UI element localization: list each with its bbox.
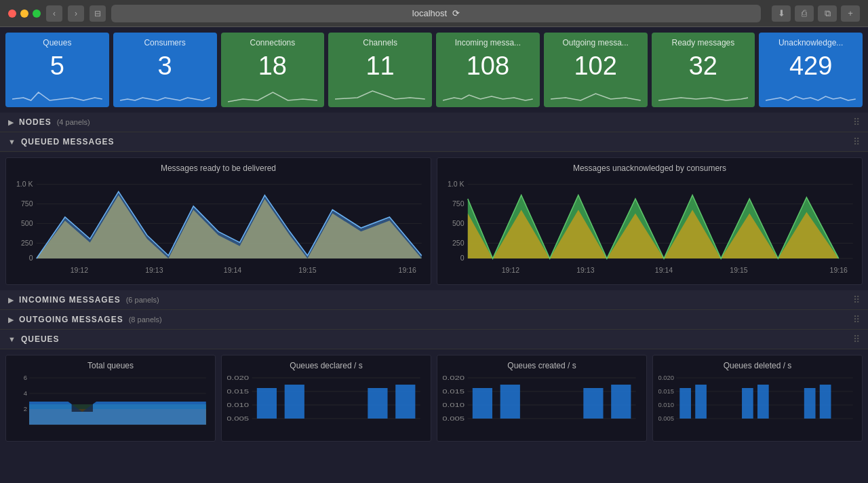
- connections-value: 18: [228, 50, 318, 83]
- traffic-lights: [8, 9, 41, 18]
- svg-text:0.010: 0.010: [658, 402, 674, 408]
- incoming-title: Incoming messa...: [443, 38, 533, 47]
- incoming-subtitle: (6 panels): [126, 296, 159, 304]
- queues-deleted-title: Queues deleted / s: [658, 361, 856, 370]
- nodes-title: NODES: [19, 117, 52, 127]
- ready-chart-panel: Messages ready to be delivered: [5, 157, 431, 285]
- outgoing-drag-icon: ⠿: [853, 314, 860, 325]
- channels-title: Channels: [335, 38, 425, 47]
- maximize-button[interactable]: [33, 9, 41, 18]
- svg-rect-49: [257, 388, 277, 419]
- svg-text:0.020: 0.020: [443, 374, 465, 381]
- svg-rect-78: [695, 385, 707, 419]
- incoming-section-header[interactable]: ▶ INCOMING MESSAGES (6 panels) ⠿: [0, 290, 868, 310]
- queued-drag-icon: ⠿: [853, 136, 860, 147]
- total-queues-panel: Total queues 6 4: [5, 355, 216, 442]
- svg-text:0.010: 0.010: [227, 402, 249, 408]
- url-bar[interactable]: localhost ⟳: [111, 5, 761, 22]
- nodes-section-header[interactable]: ▶ NODES (4 panels) ⠿: [0, 113, 868, 132]
- queues-chevron-icon: ▼: [8, 335, 16, 343]
- svg-text:0.015: 0.015: [227, 388, 249, 395]
- svg-text:19:14: 19:14: [655, 266, 673, 274]
- svg-text:19:16: 19:16: [830, 266, 848, 274]
- svg-text:4: 4: [24, 390, 27, 397]
- outgoing-chevron-icon: ▶: [8, 315, 14, 324]
- svg-text:0: 0: [29, 254, 33, 262]
- svg-rect-77: [679, 388, 691, 419]
- queues-declared-chart: 0.020 0.015 0.010 0.005: [227, 374, 425, 436]
- svg-text:0.005: 0.005: [227, 415, 249, 422]
- svg-rect-67: [583, 388, 603, 419]
- svg-text:0.015: 0.015: [658, 388, 674, 395]
- svg-text:0.005: 0.005: [443, 415, 465, 422]
- incoming-sparkline: [443, 85, 533, 104]
- forward-button[interactable]: ›: [68, 5, 84, 22]
- svg-rect-64: [500, 385, 520, 419]
- queues-title: QUEUES: [21, 334, 60, 344]
- svg-rect-54: [395, 385, 415, 419]
- unack-chart-panel: Messages unacknowledged by consumers: [437, 157, 863, 285]
- stat-card-channels: Channels 11: [328, 33, 432, 107]
- svg-text:19:13: 19:13: [576, 266, 594, 274]
- incoming-value: 108: [443, 50, 533, 83]
- svg-text:19:12: 19:12: [71, 266, 88, 274]
- queued-chevron-icon: ▼: [8, 138, 16, 146]
- queued-messages-section-header[interactable]: ▼ QUEUED MESSAGES ⠿: [0, 132, 868, 152]
- unack-value: 429: [766, 50, 856, 83]
- ready-sparkline: [658, 85, 749, 104]
- svg-text:1.0 K: 1.0 K: [16, 180, 33, 188]
- fullscreen-button[interactable]: ⧉: [818, 5, 837, 22]
- total-queues-title: Total queues: [12, 361, 210, 370]
- consumers-title: Consumers: [120, 38, 210, 47]
- svg-marker-41: [72, 402, 93, 412]
- stat-card-unack: Unacknowledge... 429: [759, 33, 863, 107]
- new-tab-button[interactable]: +: [841, 5, 860, 22]
- close-button[interactable]: [8, 9, 16, 18]
- svg-text:750: 750: [21, 199, 33, 208]
- minimize-button[interactable]: [20, 9, 28, 18]
- svg-text:19:15: 19:15: [730, 266, 747, 274]
- queues-deleted-panel: Queues deleted / s: [652, 355, 863, 442]
- svg-rect-82: [757, 385, 769, 419]
- consumers-value: 3: [120, 50, 210, 83]
- svg-text:0: 0: [460, 254, 465, 262]
- svg-rect-63: [473, 388, 492, 419]
- svg-marker-6: [37, 191, 422, 258]
- stat-cards-row: Queues 5 Consumers 3 Connections 18: [0, 27, 868, 113]
- connections-title: Connections: [228, 38, 318, 47]
- share-button[interactable]: ⎙: [795, 5, 814, 22]
- queued-title: QUEUED MESSAGES: [21, 137, 115, 147]
- queues-created-chart: 0.020 0.015 0.010 0.005: [443, 374, 641, 436]
- back-button[interactable]: ‹: [46, 5, 62, 22]
- svg-marker-40: [29, 402, 206, 425]
- outgoing-section-header[interactable]: ▶ OUTGOING MESSAGES (8 panels) ⠿: [0, 310, 868, 330]
- svg-text:19:13: 19:13: [145, 266, 163, 274]
- browser-actions: ⬇ ⎙ ⧉ +: [772, 5, 860, 22]
- svg-text:19:15: 19:15: [298, 266, 316, 274]
- unack-chart-area: 1.0 K 750 500 250 0 19:12 19:13 19:14 19…: [443, 177, 856, 279]
- outgoing-value: 102: [551, 50, 641, 83]
- channels-value: 11: [335, 50, 425, 83]
- unack-title: Unacknowledge...: [766, 38, 856, 47]
- ready-chart-title: Messages ready to be delivered: [12, 163, 425, 173]
- nodes-drag-icon: ⠿: [853, 117, 860, 128]
- svg-text:6: 6: [24, 374, 27, 381]
- queues-declared-panel: Queues declared / s 0.020 0.015: [221, 355, 431, 442]
- download-button[interactable]: ⬇: [772, 5, 791, 22]
- dashboard-main: Queues 5 Consumers 3 Connections 18: [0, 27, 868, 483]
- url-text: localhost: [412, 8, 447, 18]
- browser-chrome: ‹ › ⊟ localhost ⟳ ⬇ ⎙ ⧉ +: [0, 0, 868, 27]
- queues-title: Queues: [12, 38, 102, 47]
- svg-text:2: 2: [24, 406, 27, 412]
- queues-sparkline: [12, 85, 102, 104]
- svg-text:500: 500: [21, 219, 33, 227]
- svg-text:0.020: 0.020: [227, 374, 249, 381]
- reload-icon[interactable]: ⟳: [452, 8, 460, 18]
- svg-text:19:14: 19:14: [224, 266, 241, 274]
- channels-sparkline: [335, 85, 425, 104]
- queues-drag-icon: ⠿: [853, 334, 860, 345]
- ready-title: Ready messages: [658, 38, 749, 47]
- queues-section-header[interactable]: ▼ QUEUES ⠿: [0, 330, 868, 349]
- unack-chart-title: Messages unacknowledged by consumers: [443, 163, 856, 173]
- sidebar-toggle[interactable]: ⊟: [90, 5, 106, 22]
